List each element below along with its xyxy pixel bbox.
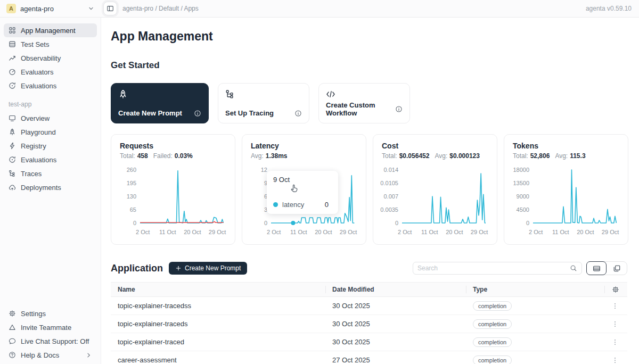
bolt-icon [9,142,16,150]
chart-title: Requests [120,142,226,150]
table-view-button[interactable] [586,261,607,275]
set-up-tracing-card[interactable]: Set Up Tracing [218,83,309,123]
sidebar-item-evaluations-app[interactable]: Evaluations [4,153,97,167]
search-icon[interactable] [570,264,577,272]
card-label: Set Up Tracing [225,109,274,117]
sidebar-item-label: Overview [21,114,50,122]
card-view-button[interactable] [607,261,627,275]
application-heading: Application [111,263,163,274]
dots-menu-icon [611,357,619,364]
create-new-prompt-button[interactable]: Create New Prompt [169,262,247,275]
page-title: App Management [111,29,639,44]
sidebar-item-label: Settings [21,310,46,318]
app-date: 30 Oct 2025 [325,338,466,346]
sidebar-item-settings[interactable]: Settings [4,307,97,320]
sidebar-item-traces[interactable]: Traces [4,167,97,180]
sidebar-item-label: Invite Teammate [21,324,71,332]
type-badge: completion [473,301,512,311]
sidebar-item-test-sets[interactable]: Test Sets [4,37,97,51]
x-axis-labels: 2 Oct11 Oct20 Oct29 Oct [402,229,486,236]
cost-chart-plot[interactable]: 0.0140.01050.0070.00350 [382,167,488,226]
sidebar-item-live-chat[interactable]: Live Chat Support: Off [4,334,97,348]
table-row[interactable]: topic-explainer-traceds 30 Oct 2025 comp… [111,315,627,333]
sidebar-item-deployments[interactable]: Deployments [4,180,97,194]
table-row[interactable]: career-assessment 27 Oct 2025 completion [111,351,627,364]
tokens-chart-card: Tokens Total:52,806 Avg:115.3 1800013500… [504,134,628,245]
column-settings[interactable] [604,283,627,296]
sidebar-item-registry[interactable]: Registry [4,139,97,153]
table-icon [9,40,16,48]
invite-icon [9,324,16,331]
tree-icon [9,170,16,177]
sidebar-item-label: Evaluations [21,156,56,164]
sidebar-item-app-management[interactable]: App Management [4,23,97,37]
gauge-icon [9,68,16,76]
row-menu-button[interactable] [611,338,627,346]
series-dot [273,202,278,207]
breadcrumb[interactable]: agenta-pro / Default / Apps [122,5,199,12]
chart-title: Latency [251,142,357,150]
table-row[interactable]: topic-explainer-tracedss 30 Oct 2025 com… [111,297,627,315]
app-name: career-assessment [111,356,325,364]
sidebar-section-label: test-app [9,101,97,108]
table-header: Name Date Modified Type [111,282,627,297]
app-name: topic-explainer-tracedss [111,302,325,310]
workspace-name: agenta-pro [20,5,83,13]
sidebar-collapse-button[interactable] [103,2,117,15]
create-new-prompt-card[interactable]: Create New Prompt [111,83,209,123]
sidebar-item-label: Traces [21,170,42,178]
sidebar-item-evaluations[interactable]: Evaluations [4,79,97,93]
cloud-icon [9,184,16,191]
sidebar-item-label: Evaluations [21,82,56,90]
card-view-icon [613,264,621,272]
sidebar-item-help-docs[interactable]: Help & Docs [4,348,97,362]
info-icon[interactable] [294,110,302,117]
sidebar-item-label: Help & Docs [21,351,59,359]
view-toggle [586,261,627,275]
row-menu-button[interactable] [611,357,627,364]
sidebar-panel-icon [106,5,114,12]
rocket-icon [118,89,201,99]
application-header: Application Create New Prompt [111,261,627,275]
table-view-icon [593,264,601,272]
sidebar-item-overview[interactable]: Overview [4,111,97,125]
info-icon[interactable] [395,105,403,113]
sidebar: App Management Test Sets Observability E… [0,18,101,364]
dots-menu-icon [611,302,619,310]
chart-stats: Total:$0.056452 Avg:$0.000123 [382,152,488,160]
chat-bubble-icon [9,337,16,345]
app-root: A agenta-pro agenta-pro / Default / Apps… [0,0,639,364]
sidebar-item-invite-teammate[interactable]: Invite Teammate [4,320,97,334]
sidebar-item-playground[interactable]: Playground [4,125,97,139]
sidebar-item-evaluators[interactable]: Evaluators [4,65,97,79]
x-axis-labels: 2 Oct11 Oct20 Oct29 Oct [140,229,224,236]
column-header-date-modified[interactable]: Date Modified [325,283,466,296]
requests-chart-card: Requests Total:458 Failed:0.03% 26019513… [111,134,235,245]
column-header-type[interactable]: Type [466,283,604,296]
get-started-heading: Get Started [111,60,639,71]
top-bar: A agenta-pro agenta-pro / Default / Apps… [0,0,639,18]
sidebar-item-label: Observability [21,54,61,62]
column-header-name[interactable]: Name [111,283,325,296]
plus-icon [175,265,182,271]
row-menu-button[interactable] [611,320,627,328]
row-menu-button[interactable] [611,302,627,310]
workspace-selector[interactable]: A agenta-pro [0,4,101,13]
monitor-icon [9,114,16,122]
info-icon[interactable] [194,110,201,117]
chart-stats: Total:52,806 Avg:115.3 [513,152,619,160]
y-axis-labels: 0.0140.01050.0070.00350 [382,167,402,226]
requests-chart-plot[interactable]: 260195130650 [120,167,226,226]
x-axis-labels: 2 Oct11 Oct20 Oct29 Oct [533,229,617,236]
create-custom-workflow-card[interactable]: Create Custom Workflow [318,83,410,123]
dots-menu-icon [611,338,619,346]
sidebar-item-observability[interactable]: Observability [4,51,97,65]
tokens-chart-plot[interactable]: 1800013500900045000 [513,167,619,226]
type-badge: completion [473,319,512,329]
main-content: App Management Get Started Create New Pr… [101,18,639,364]
tooltip-series-label: latency [282,201,304,209]
card-label: Create Custom Workflow [326,101,395,117]
search-input[interactable] [417,264,570,272]
y-axis-labels: 260195130650 [120,167,140,226]
table-row[interactable]: topic-explainer-traced 30 Oct 2025 compl… [111,333,627,351]
